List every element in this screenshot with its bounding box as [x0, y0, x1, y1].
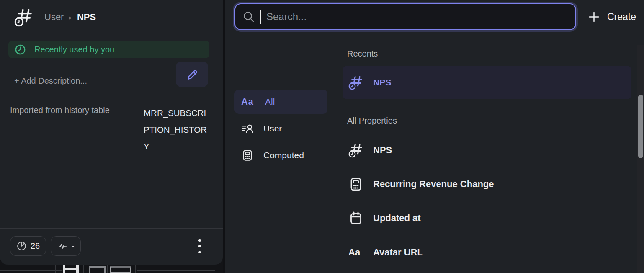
- calculator-icon: [348, 177, 363, 192]
- filter-label: User: [263, 124, 282, 134]
- filter-label: Computed: [263, 150, 304, 160]
- trend-value: -: [72, 241, 75, 251]
- background-line: [83, 265, 84, 273]
- trend-button[interactable]: -: [51, 236, 81, 256]
- background-line: [55, 265, 56, 273]
- numeric-history-icon: [348, 143, 363, 158]
- background-line: [135, 265, 136, 273]
- list-item-label: Recurring Revenue Change: [373, 179, 494, 190]
- divider: [0, 228, 223, 229]
- property-picker-overlay: Create Aa All User Computed Recents NPS: [225, 0, 644, 273]
- list-item-recent-nps[interactable]: NPS: [343, 66, 631, 99]
- activity-icon: [57, 241, 68, 251]
- recently-used-label: Recently used by you: [34, 45, 114, 54]
- filter-label: All: [265, 97, 275, 107]
- panel-divider: [223, 0, 225, 273]
- calendar-icon: [348, 211, 363, 226]
- section-title-recents: Recents: [347, 49, 378, 59]
- add-description-link[interactable]: + Add Description...: [14, 76, 87, 86]
- filter-sidebar: Aa All User Computed: [225, 42, 335, 273]
- chevron-right-icon: ▸: [69, 13, 72, 21]
- scrollbar-thumb[interactable]: [638, 95, 643, 158]
- background-line: [107, 265, 108, 273]
- list-item-label: Updated at: [373, 213, 421, 224]
- background-line: [137, 270, 215, 271]
- recently-used-badge: Recently used by you: [8, 41, 209, 58]
- breadcrumb-current: NPS: [77, 12, 96, 23]
- screen: User ▸ NPS Recently used by you + Add De…: [0, 0, 644, 273]
- list-item-label: NPS: [373, 145, 392, 156]
- detail-value: MRR_SUBSCRIPTION_HISTORY: [144, 105, 211, 155]
- text-type-icon: Aa: [348, 247, 363, 258]
- section-title-all-properties: All Properties: [347, 116, 397, 126]
- background-shape: [63, 264, 79, 273]
- kebab-menu-icon[interactable]: [195, 238, 205, 254]
- sample-values-count-button[interactable]: 26: [10, 236, 46, 256]
- pencil-icon: [185, 68, 198, 81]
- text-type-icon: Aa: [241, 96, 255, 107]
- breadcrumb: User ▸ NPS: [44, 12, 96, 23]
- divider: [343, 106, 629, 106]
- user-properties-icon: [241, 122, 254, 135]
- background-shape: [110, 266, 131, 273]
- list-item-label: NPS: [373, 77, 391, 88]
- list-item-avatar-url[interactable]: Aa Avatar URL: [343, 241, 631, 264]
- edit-description-button[interactable]: [176, 62, 208, 87]
- clock-icon: [15, 44, 26, 55]
- filter-tab-all[interactable]: Aa All: [234, 90, 327, 114]
- pie-chart-icon: [16, 241, 27, 251]
- property-details-panel: User ▸ NPS Recently used by you + Add De…: [0, 0, 223, 265]
- scrollbar-track[interactable]: [637, 45, 644, 273]
- calculator-icon: [241, 149, 254, 162]
- filter-tab-computed[interactable]: Computed: [234, 145, 327, 166]
- text-caret: [260, 10, 261, 24]
- property-list: Recents NPS All Properties NPS Recurring…: [335, 0, 644, 273]
- list-item-updated-at[interactable]: Updated at: [343, 206, 631, 230]
- detail-label: Imported from history table: [10, 106, 110, 115]
- filter-tab-user[interactable]: User: [234, 118, 327, 139]
- numeric-history-icon: [14, 8, 33, 27]
- breadcrumb-parent[interactable]: User: [44, 12, 64, 23]
- list-item-nps[interactable]: NPS: [343, 139, 631, 162]
- list-item-label: Avatar URL: [373, 247, 423, 258]
- background-shape: [89, 266, 106, 273]
- numeric-history-icon: [348, 75, 363, 90]
- background-line: [0, 270, 62, 271]
- list-item-recurring-revenue-change[interactable]: Recurring Revenue Change: [343, 173, 631, 196]
- search-icon: [243, 11, 255, 23]
- count-value: 26: [31, 241, 40, 251]
